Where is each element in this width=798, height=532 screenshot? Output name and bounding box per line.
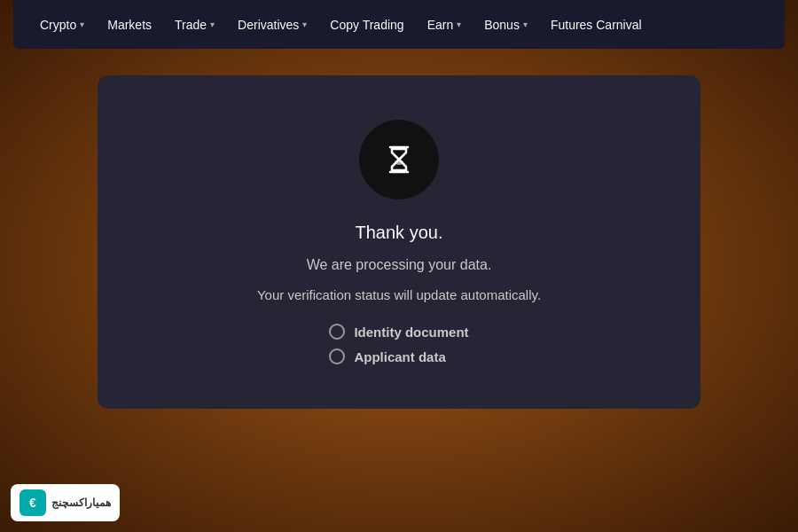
- navbar: Crypto ▾ Markets Trade ▾ Derivatives ▾ C…: [13, 0, 785, 49]
- verification-checklist: Identity document Applicant data: [329, 324, 468, 364]
- nav-earn-label: Earn: [427, 18, 454, 32]
- nav-earn[interactable]: Earn ▾: [419, 12, 471, 37]
- nav-markets-label: Markets: [107, 18, 152, 32]
- nav-earn-chevron: ▾: [457, 20, 461, 29]
- verification-status-text: Your verification status will update aut…: [257, 287, 541, 302]
- nav-crypto[interactable]: Crypto ▾: [31, 12, 93, 37]
- nav-bonus[interactable]: Bonus ▾: [475, 12, 536, 37]
- nav-crypto-label: Crypto: [40, 18, 76, 32]
- identity-check-circle: [329, 324, 345, 340]
- nav-derivatives[interactable]: Derivatives ▾: [229, 12, 316, 37]
- applicant-label: Applicant data: [354, 349, 445, 364]
- applicant-check-circle: [329, 348, 345, 364]
- processing-text: We are processing your data.: [307, 257, 492, 273]
- nav-crypto-chevron: ▾: [80, 20, 84, 29]
- nav-trade-chevron: ▾: [210, 20, 215, 29]
- nav-copy-trading[interactable]: Copy Trading: [321, 12, 412, 37]
- identity-label: Identity document: [354, 325, 468, 340]
- verification-card: Thank you. We are processing your data. …: [98, 75, 700, 409]
- nav-derivatives-chevron: ▾: [302, 20, 307, 29]
- nav-trade-label: Trade: [175, 18, 207, 32]
- nav-bonus-chevron: ▾: [523, 20, 528, 29]
- thank-you-text: Thank you.: [356, 223, 443, 243]
- nav-futures-carnival-label: Futures Carnival: [551, 18, 642, 32]
- nav-derivatives-label: Derivatives: [238, 18, 299, 32]
- watermark-icon: €: [20, 489, 46, 516]
- nav-futures-carnival[interactable]: Futures Carnival: [542, 12, 651, 37]
- checklist-applicant: Applicant data: [329, 348, 445, 364]
- watermark-label: همیاراکسچنج: [51, 497, 111, 509]
- checklist-identity: Identity document: [329, 324, 468, 340]
- hourglass-icon-container: [359, 120, 439, 200]
- nav-bonus-label: Bonus: [484, 18, 520, 32]
- nav-markets[interactable]: Markets: [98, 12, 160, 37]
- watermark-badge: € همیاراکسچنج: [11, 484, 120, 521]
- nav-trade[interactable]: Trade ▾: [166, 12, 223, 37]
- hourglass-icon: [381, 142, 417, 177]
- svg-point-0: [395, 160, 403, 165]
- nav-copy-trading-label: Copy Trading: [330, 18, 403, 32]
